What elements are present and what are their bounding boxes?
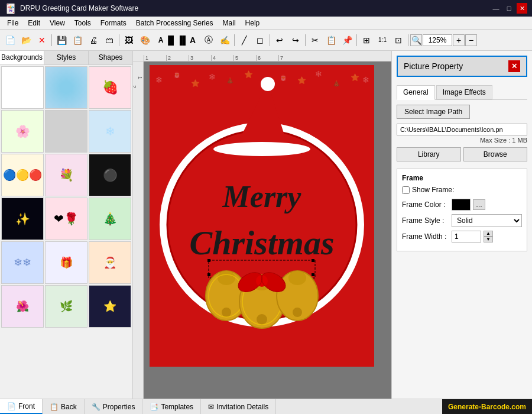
grid-button[interactable]: ⊞ bbox=[359, 33, 374, 48]
zoom-in-button[interactable]: + bbox=[453, 34, 465, 46]
zoom-minus-button[interactable]: − bbox=[465, 34, 477, 46]
gallery-item[interactable]: 🌺 bbox=[1, 285, 44, 328]
open-button[interactable]: 📂 bbox=[18, 33, 34, 48]
frame-section: Frame Show Frame: Frame Color : … Frame … bbox=[397, 169, 527, 251]
svg-text:❄: ❄ bbox=[362, 75, 369, 85]
paint-button[interactable]: 🎨 bbox=[137, 33, 153, 48]
statusbar-tab-front[interactable]: 📄 Front bbox=[0, 399, 43, 414]
tab-shapes[interactable]: Shapes bbox=[89, 51, 132, 64]
save-as-button[interactable]: 📋 bbox=[70, 33, 85, 48]
file-path-input[interactable] bbox=[397, 124, 527, 135]
property-title: Picture Property bbox=[404, 62, 463, 71]
shape-button[interactable]: ◻ bbox=[252, 33, 268, 48]
statusbar-tab-templates[interactable]: 📑 Templates bbox=[142, 399, 201, 414]
watermark-label: Generate-Barcode.com bbox=[442, 399, 532, 414]
frame-color-picker-button[interactable]: … bbox=[473, 199, 485, 210]
frame-width-down[interactable]: ▼ bbox=[484, 237, 493, 242]
signature-button[interactable]: ✍ bbox=[217, 33, 232, 48]
gallery-item[interactable]: ⭐ bbox=[89, 285, 131, 328]
gallery-item[interactable]: 🔵🟡🔴 bbox=[1, 154, 44, 196]
gallery: 🍓 🌸 ❄ 🔵🟡🔴 💐 ⚫ bbox=[0, 65, 132, 399]
svg-text:Merry: Merry bbox=[222, 180, 302, 214]
show-frame-checkbox[interactable] bbox=[402, 186, 410, 194]
save-button[interactable]: 💾 bbox=[54, 33, 69, 48]
close-doc-button[interactable]: ✕ bbox=[34, 33, 50, 48]
property-close-button[interactable]: ✕ bbox=[508, 60, 520, 72]
arc-text-button[interactable]: Ⓐ bbox=[201, 33, 216, 48]
menu-tools[interactable]: Tools bbox=[70, 18, 96, 28]
text2-button[interactable]: A bbox=[185, 33, 200, 48]
frame-color-swatch[interactable] bbox=[452, 199, 471, 211]
gallery-item[interactable]: 🎅 bbox=[89, 241, 131, 284]
gallery-grid: 🍓 🌸 ❄ 🔵🟡🔴 💐 ⚫ bbox=[1, 66, 131, 328]
gallery-item[interactable] bbox=[1, 66, 44, 109]
gallery-item[interactable]: ❄❄ bbox=[1, 241, 44, 284]
statusbar-tab-invitation[interactable]: ✉ Invitation Details bbox=[201, 399, 276, 414]
new-button[interactable]: 📄 bbox=[2, 33, 18, 48]
ratio-button[interactable]: 1:1 bbox=[375, 33, 390, 48]
tab-styles[interactable]: Styles bbox=[44, 51, 89, 64]
gallery-item[interactable]: 🍓 bbox=[89, 66, 131, 109]
greeting-card[interactable]: ❄ 🎅 ⭐ ❄ 🎄 ⭐ ❄ 🎅 ⭐ ❄ 🎄 ⭐ ❄ bbox=[150, 65, 374, 367]
close-button[interactable]: ✕ bbox=[517, 3, 527, 14]
gallery-item[interactable]: 🎄 bbox=[89, 198, 131, 240]
svg-text:Christmas: Christmas bbox=[190, 224, 335, 262]
svg-rect-26 bbox=[312, 273, 314, 276]
menu-help[interactable]: Help bbox=[241, 18, 265, 28]
gallery-item[interactable]: 🌿 bbox=[45, 285, 87, 328]
copy-button[interactable]: 📋 bbox=[323, 33, 339, 48]
frame-width-up[interactable]: ▲ bbox=[484, 231, 493, 237]
paste-button[interactable]: 📌 bbox=[339, 33, 355, 48]
statusbar-tab-properties[interactable]: 🔧 Properties bbox=[85, 399, 143, 414]
line-button[interactable]: ╱ bbox=[236, 33, 252, 48]
menu-file[interactable]: File bbox=[2, 18, 23, 28]
vertical-ruler: 12 3 4 5 6 7 8 9 10 bbox=[133, 62, 144, 399]
statusbar-tab-back[interactable]: 📋 Back bbox=[43, 399, 85, 414]
front-label: Front bbox=[18, 402, 35, 410]
menu-view[interactable]: View bbox=[45, 18, 70, 28]
cut-button[interactable]: ✂ bbox=[307, 33, 323, 48]
gallery-item[interactable]: ⚫ bbox=[89, 154, 131, 196]
gallery-item[interactable]: ❤🌹 bbox=[45, 198, 87, 240]
right-panel: Picture Property ✕ General Image Effects… bbox=[391, 51, 532, 399]
tab-backgrounds[interactable]: Backgrounds bbox=[0, 51, 44, 64]
gallery-item[interactable]: 💐 bbox=[45, 154, 87, 196]
svg-text:⭐: ⭐ bbox=[191, 79, 200, 88]
gallery-item[interactable]: 🌸 bbox=[1, 110, 44, 153]
menu-formats[interactable]: Formats bbox=[96, 18, 131, 28]
prop-tab-general[interactable]: General bbox=[397, 85, 435, 100]
gallery-item[interactable]: 🎁 bbox=[45, 241, 87, 284]
zoom-out-button[interactable]: 🔍 bbox=[410, 34, 422, 46]
frame-style-select[interactable]: Solid Dashed Dotted Double bbox=[452, 214, 522, 227]
svg-text:⭐: ⭐ bbox=[297, 76, 306, 85]
browse-button[interactable]: Browse bbox=[463, 147, 528, 161]
undo-button[interactable]: ↩ bbox=[272, 33, 287, 48]
frame-width-input[interactable] bbox=[452, 231, 481, 242]
redo-button[interactable]: ↪ bbox=[288, 33, 303, 48]
image-button[interactable]: 🖼 bbox=[121, 33, 137, 48]
select-image-path-button[interactable]: Select Image Path bbox=[397, 105, 470, 119]
menu-mail[interactable]: Mail bbox=[218, 18, 241, 28]
gallery-item[interactable] bbox=[45, 66, 87, 109]
maximize-button[interactable]: □ bbox=[504, 3, 514, 14]
menu-edit[interactable]: Edit bbox=[23, 18, 45, 28]
gallery-item[interactable]: ✨ bbox=[1, 198, 44, 240]
window-controls[interactable]: — □ ✕ bbox=[491, 3, 527, 14]
print-button[interactable]: 🖨 bbox=[86, 33, 101, 48]
zoom-input[interactable] bbox=[423, 34, 452, 46]
gallery-item[interactable] bbox=[45, 110, 87, 153]
barcode-button[interactable]: ▐▌▐▌ bbox=[169, 33, 184, 48]
minimize-button[interactable]: — bbox=[491, 3, 501, 14]
show-frame-row: Show Frame: bbox=[402, 186, 522, 194]
front-icon: 📄 bbox=[7, 402, 16, 410]
fit-button[interactable]: ⊡ bbox=[391, 33, 406, 48]
frame-color-row: Frame Color : … bbox=[402, 199, 522, 211]
menu-batch[interactable]: Batch Processing Series bbox=[131, 18, 218, 28]
library-button[interactable]: Library bbox=[397, 147, 461, 161]
gallery-item[interactable]: ❄ bbox=[89, 110, 131, 153]
prop-tab-image-effects[interactable]: Image Effects bbox=[436, 85, 492, 99]
max-size-label: Max Size : 1 MB bbox=[397, 137, 527, 144]
print-preview-button[interactable]: 🗃 bbox=[102, 33, 117, 48]
frame-style-row: Frame Style : Solid Dashed Dotted Double bbox=[402, 214, 522, 227]
svg-text:❄: ❄ bbox=[315, 69, 322, 79]
